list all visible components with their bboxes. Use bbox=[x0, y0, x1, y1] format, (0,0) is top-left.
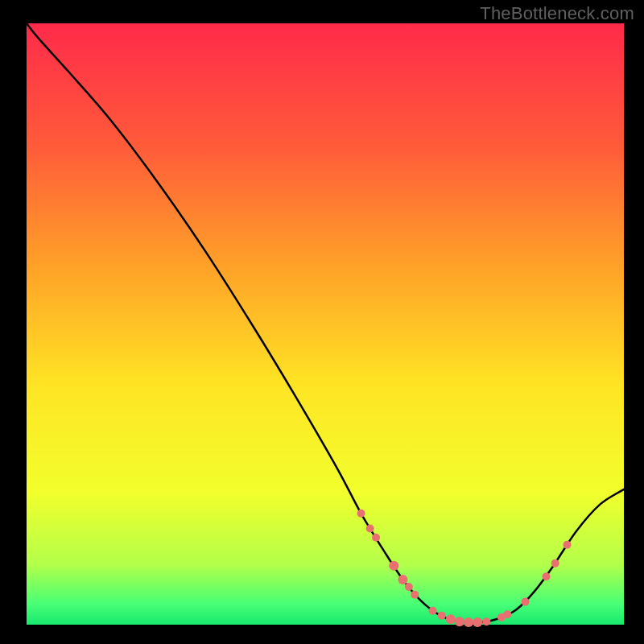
data-marker bbox=[429, 607, 437, 615]
data-marker bbox=[473, 617, 482, 627]
data-marker bbox=[389, 561, 398, 571]
bottleneck-chart bbox=[0, 0, 644, 644]
data-marker bbox=[551, 559, 559, 568]
data-marker bbox=[357, 510, 365, 518]
data-marker bbox=[482, 617, 490, 625]
data-marker bbox=[503, 610, 511, 618]
data-marker bbox=[366, 524, 374, 532]
data-marker bbox=[564, 541, 572, 549]
data-marker bbox=[522, 598, 530, 606]
data-marker bbox=[405, 583, 413, 591]
data-marker bbox=[464, 617, 473, 627]
data-marker bbox=[372, 534, 380, 542]
data-marker bbox=[455, 617, 464, 626]
chart-container: TheBottleneck.com bbox=[0, 0, 644, 644]
watermark-text: TheBottleneck.com bbox=[480, 3, 634, 24]
data-marker bbox=[438, 612, 446, 620]
data-marker bbox=[398, 575, 407, 584]
data-marker bbox=[543, 572, 551, 580]
data-marker bbox=[446, 614, 456, 624]
data-marker bbox=[411, 591, 419, 599]
plot-background bbox=[27, 23, 624, 625]
